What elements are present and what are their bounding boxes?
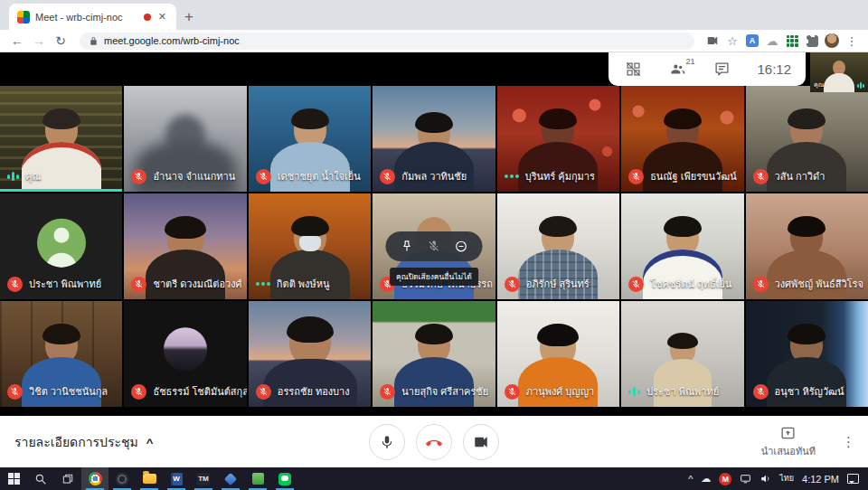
extensions-puzzle-icon[interactable] [803,32,821,50]
mic-off-icon [505,384,520,400]
participant-label: โชคชรัตน์ ฤทธิ์เย็น [628,276,731,292]
taskbar-line-button[interactable] [271,467,298,490]
browser-menu-icon[interactable]: ⋮ [843,32,861,50]
present-screen-icon [780,425,796,440]
participant-tile[interactable]: วสัน กาวิดำ [746,86,868,192]
language-indicator[interactable]: ไทย [779,475,794,483]
mic-off-icon [131,277,146,292]
participant-tile[interactable]: ชาตรี ดวงมณีต่อวงศ์ [124,193,246,299]
taskbar-word-button[interactable]: W [163,467,190,490]
participant-tile[interactable]: บุรินทร์ คุ้มกุมาร [497,86,619,192]
participant-label: กิตติ พงษ์หนู [256,276,330,292]
bookmark-star-icon[interactable]: ☆ [723,32,741,50]
back-button[interactable]: ← [7,31,27,51]
taskbar-tm-app-button[interactable]: TM [190,467,217,490]
participants-count: 21 [685,57,694,66]
speaking-indicator-icon [7,169,19,184]
taskbar-green-app-button[interactable] [244,467,271,490]
network-icon[interactable] [740,473,751,485]
reload-button[interactable]: ↻ [51,31,71,51]
profile-avatar[interactable] [823,32,841,50]
taskbar-app-button[interactable] [108,467,136,490]
new-tab-button[interactable]: + [176,5,202,30]
address-bar[interactable]: meet.google.com/wrb-cimj-noc [80,33,694,50]
taskbar-diamond-app-button[interactable] [217,467,244,490]
participant-tile[interactable]: อภิรักษ์ สุรินทร์ [497,193,619,299]
participant-tile[interactable]: กัมพล วาทินชัย [373,86,495,192]
onedrive-cloud-icon[interactable]: ☁ [701,473,711,485]
camera-toggle-button[interactable] [463,424,499,460]
camera-permission-icon[interactable] [703,32,722,50]
meet-more-options-icon[interactable]: ⋮ [842,434,855,450]
hang-up-button[interactable] [416,424,452,460]
meet-favicon [17,11,30,24]
pin-icon[interactable] [400,240,413,253]
cloud-extension-icon[interactable]: ☁ [763,32,781,50]
participant-tile[interactable]: ภานุพงศ์ บุญญา [497,301,619,407]
browser-tab[interactable]: Meet - wrb-cimj-noc ✕ [9,4,176,30]
participants-icon[interactable]: 21 [667,60,687,80]
recording-dot-icon [144,14,151,21]
volume-icon[interactable] [760,473,771,485]
action-center-icon[interactable] [847,474,859,484]
participant-tile[interactable]: เดชาชยุต น้ำใจเย็น [249,86,371,192]
participant-label: วสัน กาวิดำ [753,168,826,184]
participant-tile[interactable]: ประชา พิณพาทย์ [621,301,743,407]
participant-label: นายสุกิจ ศรีสาครชัย [380,383,488,400]
participant-tile[interactable]: อำนาจ จำแนกทาน [124,86,246,192]
meet-bottom-bar: รายละเอียดการประชุม ^ นำเสนอทันที ⋮ [0,416,868,467]
participant-tile[interactable]: วิชิต วานิชชนันกุล [0,301,122,407]
participant-tile[interactable]: นายสุกิจ ศรีสาครชัย [373,301,495,407]
tray-m-app-icon[interactable]: M [719,473,731,485]
folder-icon [143,474,156,484]
tray-expand-icon[interactable]: ^ [688,474,693,485]
participant-tile[interactable]: คุณ [0,86,122,192]
participant-tile[interactable]: ธนณัฐ เพียรขนวัฒน์ [621,86,743,192]
participant-label: กัมพล วาทินชัย [380,168,467,184]
self-view-thumbnail[interactable]: คุณ [810,52,868,92]
green-app-icon [252,473,264,485]
word-icon: W [171,473,183,485]
change-layout-icon[interactable] [623,60,643,80]
meet-page: 21 16:12 คุณ คุณ อำนาจ จำแนกทาน [0,52,868,467]
url-text: meet.google.com/wrb-cimj-noc [104,35,240,46]
forward-button[interactable]: → [29,31,49,51]
participant-label: อภิรักษ์ สุรินทร์ [505,276,590,292]
taskbar-search-button[interactable] [27,467,54,490]
participant-label: ชาตรี ดวงมณีต่อวงศ์ [131,276,241,292]
audio-activity-icon [505,169,519,184]
browser-toolbar: ← → ↻ meet.google.com/wrb-cimj-noc ☆ A ☁… [0,30,868,52]
file-explorer-button[interactable] [136,467,163,490]
tm-app-icon: TM [197,473,210,485]
participant-tile[interactable]: คุณปิดเสียงคนอื่นไม่ได้ ธรรมรักษ์ โทนาอร… [373,193,495,299]
chat-icon[interactable] [712,60,732,80]
participant-tile[interactable]: อรรถชัย ทองบาง [249,301,371,407]
participant-label: อำนาจ จำแนกทาน [131,168,235,184]
mic-off-icon [753,384,769,400]
participant-tile[interactable]: โชคชรัตน์ ฤทธิ์เย็น [621,193,743,299]
taskbar-chrome-button[interactable] [81,467,108,490]
start-button[interactable] [0,467,27,490]
tab-close-icon[interactable]: ✕ [156,9,168,24]
translate-icon[interactable]: A [743,32,761,50]
mute-participant-icon[interactable] [427,240,440,253]
participant-tile[interactable]: อนุชา หิรัญวัฒน์ [746,301,868,407]
mute-tooltip: คุณปิดเสียงคนอื่นไม่ได้ [390,268,478,286]
present-now-button[interactable]: นำเสนอทันที [761,425,816,458]
participant-tile[interactable]: วงศพัชญ์ พันธ์สีวิโรจ [746,193,868,299]
participant-tile[interactable]: ประชา พิณพาทย์ [0,193,122,299]
participant-label: ธนณัฐ เพียรขนวัฒน์ [628,168,737,184]
remove-participant-icon[interactable] [454,240,467,253]
participant-label: ประชา พิณพาทย์ [628,383,719,400]
participant-tile[interactable]: ธัชธรรม์ โชติมันต์สกุล [124,301,246,407]
diamond-app-icon [224,472,237,485]
taskbar-clock[interactable]: 4:12 PM [802,474,839,485]
grid-extension-icon[interactable] [783,32,801,50]
participant-label: อนุชา หิรัญวัฒน์ [753,383,844,400]
audio-activity-icon [256,277,270,292]
mic-toggle-button[interactable] [369,424,405,460]
meet-top-panel: 21 16:12 [609,52,806,86]
task-view-button[interactable] [54,467,81,490]
participant-tile[interactable]: กิตติ พงษ์หนู [249,193,371,299]
meeting-details-button[interactable]: รายละเอียดการประชุม ^ [14,432,153,452]
